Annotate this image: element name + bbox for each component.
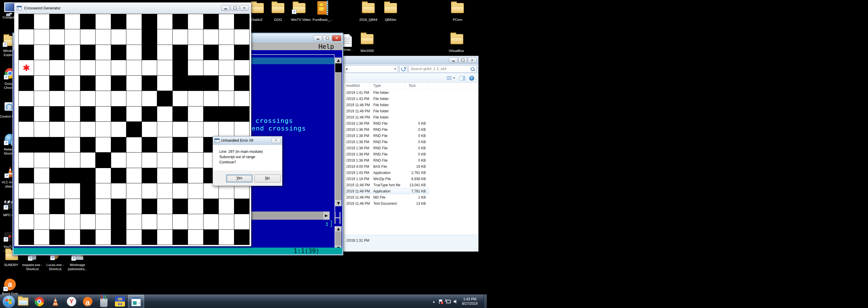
scroll-up-icon[interactable]: ▲: [335, 226, 342, 232]
crossword-cell[interactable]: [34, 60, 49, 75]
file-row[interactable]: /2019 1:38 PMRND File0 KB: [343, 132, 478, 139]
crossword-cell[interactable]: [96, 214, 111, 229]
taskbar-chrome-button[interactable]: [31, 295, 48, 308]
crossword-window[interactable]: Crossword Generator ✕ ✱: [14, 2, 251, 246]
crossword-cell[interactable]: [34, 230, 49, 245]
crossword-cell[interactable]: [204, 45, 218, 60]
explorer-titlebar[interactable]: ✕: [343, 56, 478, 64]
crossword-cell[interactable]: [80, 106, 95, 121]
crossword-cell[interactable]: [173, 214, 188, 229]
crossword-cell[interactable]: [234, 106, 249, 121]
dialog-close-button[interactable]: ✕: [271, 138, 281, 143]
crossword-cell[interactable]: [126, 168, 141, 183]
crossword-cell[interactable]: [50, 106, 64, 121]
crossword-cell[interactable]: [111, 122, 126, 137]
crossword-cell[interactable]: [111, 29, 126, 44]
crossword-cell[interactable]: [111, 106, 126, 121]
crossword-cell[interactable]: [142, 106, 157, 121]
crossword-cell[interactable]: [80, 14, 95, 29]
crossword-cell[interactable]: [142, 91, 157, 106]
crossword-cell[interactable]: [80, 60, 95, 75]
scrollbar-thumb[interactable]: [335, 63, 342, 72]
crossword-cell[interactable]: [142, 214, 157, 229]
crossword-cell[interactable]: [34, 199, 49, 214]
crossword-cell[interactable]: [204, 199, 218, 214]
crossword-cell[interactable]: [157, 14, 172, 29]
crossword-cell[interactable]: [142, 14, 157, 29]
crossword-cell[interactable]: [65, 183, 80, 198]
crossword-minimize-button[interactable]: [221, 5, 230, 11]
crossword-cell[interactable]: [19, 230, 34, 245]
crossword-cell[interactable]: [80, 76, 95, 91]
crossword-cell[interactable]: [126, 76, 141, 91]
crossword-cell[interactable]: [96, 14, 111, 29]
crossword-cell[interactable]: [157, 137, 172, 152]
crossword-cell[interactable]: [219, 122, 234, 137]
desktop-icon-win2000[interactable]: [361, 34, 374, 44]
crossword-cell[interactable]: [65, 29, 80, 44]
crossword-cell[interactable]: [234, 14, 249, 29]
crossword-cell[interactable]: [234, 45, 249, 60]
no-button[interactable]: No: [254, 175, 281, 182]
crossword-cell[interactable]: [188, 29, 203, 44]
crossword-cell[interactable]: [96, 199, 111, 214]
crossword-maximize-button[interactable]: [230, 5, 239, 11]
crossword-cell[interactable]: [19, 76, 34, 91]
crossword-cell[interactable]: [65, 199, 80, 214]
crossword-cell[interactable]: [188, 60, 203, 75]
crossword-cell[interactable]: [50, 122, 64, 137]
qb64-maximize-button[interactable]: [323, 35, 332, 41]
desktop-icon-wintv-video[interactable]: ↗: [293, 3, 306, 13]
crossword-cell[interactable]: [219, 60, 234, 75]
crossword-cell[interactable]: [126, 122, 141, 137]
crossword-cell[interactable]: [34, 29, 49, 44]
crossword-cell[interactable]: [173, 29, 188, 44]
crossword-cell[interactable]: [80, 153, 95, 167]
crossword-cell[interactable]: [19, 199, 34, 214]
crossword-cell[interactable]: [50, 168, 64, 183]
crossword-cell[interactable]: [34, 45, 49, 60]
crossword-cell[interactable]: [157, 45, 172, 60]
crossword-cell[interactable]: [34, 76, 49, 91]
crossword-cell[interactable]: [65, 14, 80, 29]
crossword-cell[interactable]: [34, 168, 49, 183]
crossword-cell[interactable]: [126, 183, 141, 198]
crossword-cell[interactable]: [126, 60, 141, 75]
address-dropdown-icon[interactable]: ▼: [394, 67, 397, 70]
crossword-cell[interactable]: [34, 122, 49, 137]
crossword-cell[interactable]: [80, 214, 95, 229]
crossword-cell[interactable]: [219, 45, 234, 60]
crossword-cell[interactable]: [173, 60, 188, 75]
column-header-size[interactable]: Size: [405, 83, 429, 89]
crossword-cell[interactable]: [126, 214, 141, 229]
views-button[interactable]: ▼: [446, 76, 456, 80]
explorer-minimize-button[interactable]: [449, 57, 458, 63]
crossword-cell[interactable]: [188, 106, 203, 121]
crossword-cell[interactable]: [142, 230, 157, 245]
crossword-cell[interactable]: [157, 91, 172, 106]
file-row[interactable]: /2019 1:38 PMRND File0 KB: [343, 120, 478, 126]
crossword-cell[interactable]: [188, 168, 203, 183]
crossword-cell[interactable]: [111, 230, 126, 245]
crossword-cell[interactable]: [126, 153, 141, 167]
crossword-cell[interactable]: [126, 29, 141, 44]
file-row[interactable]: 2019 11:48 PMApplication7,781 KB: [343, 188, 429, 194]
crossword-cell[interactable]: [111, 153, 126, 167]
qb64-close-button[interactable]: ✕: [332, 35, 341, 41]
file-row[interactable]: /2019 1:38 PMRND File0 KB: [343, 145, 478, 151]
crossword-cell[interactable]: [142, 153, 157, 167]
crossword-cell[interactable]: [65, 91, 80, 106]
desktop-icon-label-mspaint-shortcut[interactable]: mspaint.exe -Shortcut: [21, 263, 43, 271]
action-center-icon[interactable]: ✕: [438, 299, 442, 304]
explorer-close-button[interactable]: ✕: [468, 57, 476, 63]
crossword-cell[interactable]: [142, 122, 157, 137]
crossword-cell[interactable]: [111, 60, 126, 75]
volume-icon[interactable]: [454, 300, 458, 304]
crossword-cell[interactable]: [34, 183, 49, 198]
crossword-cell[interactable]: [157, 60, 172, 75]
crossword-cell[interactable]: [34, 91, 49, 106]
crossword-cell[interactable]: [96, 60, 111, 75]
crossword-cell[interactable]: [19, 122, 34, 137]
crossword-cell[interactable]: [173, 45, 188, 60]
explorer-maximize-button[interactable]: [458, 57, 467, 63]
